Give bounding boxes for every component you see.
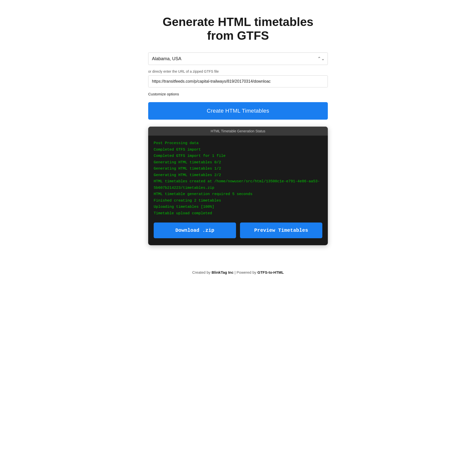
customize-options-link[interactable]: Customize options [148, 92, 328, 96]
status-panel: HTML Timetable Generation Status Post Pr… [148, 127, 328, 245]
footer: Created by BlinkTag Inc | Powered by GTF… [192, 270, 284, 284]
status-header: HTML Timetable Generation Status [148, 127, 328, 136]
main-container: Generate HTML timetables from GTFS Alaba… [143, 0, 333, 255]
download-button[interactable]: Download .zip [154, 223, 236, 238]
url-label: or direcly enter the URL of a zipped GTF… [148, 69, 328, 73]
preview-button[interactable]: Preview Timetables [240, 223, 322, 238]
url-input[interactable] [148, 75, 328, 87]
page-title: Generate HTML timetables from GTFS [148, 15, 328, 42]
footer-brand1: BlinkTag Inc [212, 270, 234, 274]
agency-select-wrapper: Alabama, USAAlaska, USAArizona, USACalif… [148, 52, 328, 65]
status-buttons: Download .zip Preview Timetables [148, 223, 328, 245]
status-log: Post Processing data Completed GTFS impo… [148, 136, 328, 223]
create-button[interactable]: Create HTML Timetables [148, 102, 328, 120]
agency-select[interactable]: Alabama, USAAlaska, USAArizona, USACalif… [148, 52, 328, 65]
footer-brand2: GTFS-to-HTML [257, 270, 284, 274]
footer-text: Created by BlinkTag Inc | Powered by GTF… [192, 270, 284, 274]
